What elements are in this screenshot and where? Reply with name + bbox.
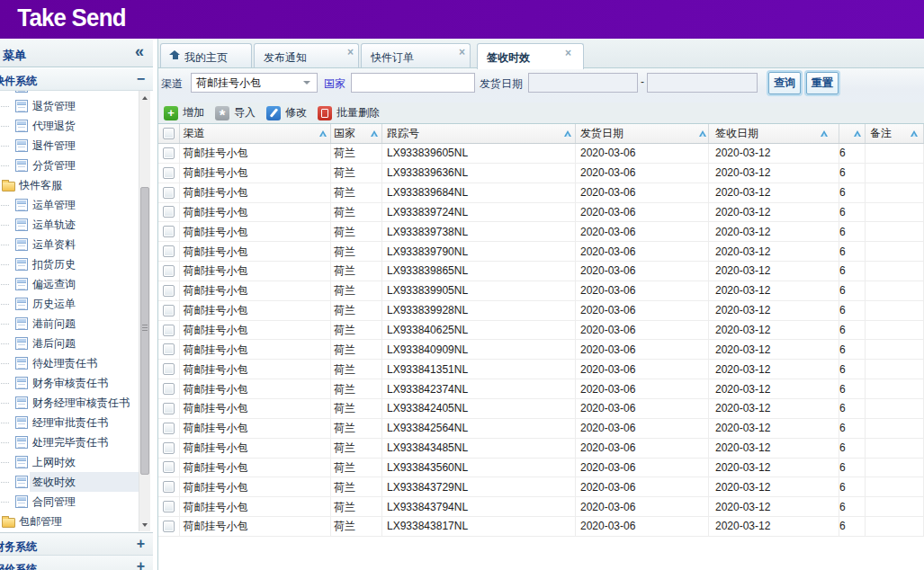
expand-finance-icon[interactable]: + [137,536,145,552]
date-to-input[interactable] [647,73,758,93]
column-header-7[interactable]: 备注 [866,124,924,143]
table-row[interactable]: 荷邮挂号小包荷兰LX933839905NL2020-03-062020-03-1… [158,281,924,301]
toolbar-import-button[interactable]: * 导入 [210,103,261,122]
row-checkbox[interactable] [158,321,180,340]
country-input[interactable] [351,73,475,93]
scroll-down-button[interactable] [139,518,150,530]
tab-publish-notice[interactable]: 发布通知 × [254,43,359,67]
tree-item[interactable]: 运单轨迹 [0,215,139,235]
tree-item[interactable]: 扣货历史 [0,254,139,274]
sidebar-section-express[interactable]: 快件系统 − [0,68,153,91]
table-row[interactable]: 荷邮挂号小包荷兰LX933839684NL2020-03-062020-03-1… [158,183,924,203]
tree-item[interactable]: 港后问题 [0,334,139,353]
table-row[interactable]: 荷邮挂号小包荷兰LX933843817NL2020-03-062020-03-1… [158,517,924,537]
table-row[interactable]: 荷邮挂号小包荷兰LX933843729NL2020-03-062020-03-1… [158,477,924,497]
tree-item[interactable]: 运单资料 [0,235,139,254]
tree-item[interactable]: 运单管理 [0,195,139,215]
expand-quote-icon[interactable]: + [137,558,145,570]
table-row[interactable]: 荷邮挂号小包荷兰LX933843560NL2020-03-062020-03-1… [158,459,924,478]
table-row[interactable]: 荷邮挂号小包荷兰LX933839636NL2020-03-062020-03-1… [158,164,924,183]
table-row[interactable]: 荷邮挂号小包荷兰LX933843485NL2020-03-062020-03-1… [158,439,924,459]
scroll-up-button[interactable] [139,92,150,104]
tab-close-icon[interactable]: × [565,47,571,59]
row-checkbox[interactable] [158,459,180,477]
row-checkbox[interactable] [158,262,180,281]
tree-item[interactable]: 代理退货 [0,116,139,136]
tab-express-order[interactable]: 快件订单 × [361,43,471,67]
sidebar-collapse-icon[interactable]: « [135,42,144,61]
column-header-4[interactable]: 发货日期 [576,124,709,143]
tab-sign-time[interactable]: 签收时效 × [477,43,584,69]
tree-elbow-icon [1,324,9,325]
column-header-5[interactable]: 签收日期 [709,124,839,143]
select-all-checkbox[interactable] [158,124,180,143]
tree-folder-item[interactable]: 包邮管理 [0,512,139,531]
search-button[interactable]: 查询 [768,72,801,94]
row-checkbox[interactable] [158,301,180,320]
column-header-6[interactable] [839,124,866,143]
tree-item[interactable]: 合同管理 [0,492,139,512]
row-checkbox[interactable] [158,183,180,202]
scrollbar-thumb[interactable] [140,187,149,475]
row-checkbox[interactable] [158,340,180,359]
row-checkbox[interactable] [158,399,180,418]
row-checkbox[interactable] [158,379,180,398]
tab-close-icon[interactable]: × [347,46,354,58]
table-row[interactable]: 荷邮挂号小包荷兰LX933840625NL2020-03-062020-03-1… [158,321,924,341]
sidebar-scrollbar[interactable] [139,91,150,531]
sidebar-section-finance[interactable]: 财务系统 + [0,532,153,556]
column-header-1[interactable]: 渠道 [180,124,332,143]
row-checkbox[interactable] [158,164,180,183]
tree-item[interactable]: 退件管理 [0,136,139,156]
table-row[interactable]: 荷邮挂号小包荷兰LX933841351NL2020-03-062020-03-1… [158,360,924,379]
tree-item[interactable]: 退货管理 [0,96,139,116]
collapse-section-icon[interactable]: − [137,71,145,87]
tree-folder-item[interactable]: 快件客服 [0,175,139,195]
table-row[interactable]: 荷邮挂号小包荷兰LX933843794NL2020-03-062020-03-1… [158,497,924,517]
table-row[interactable]: 荷邮挂号小包荷兰LX933839738NL2020-03-062020-03-1… [158,222,924,242]
table-row[interactable]: 荷邮挂号小包荷兰LX933842405NL2020-03-062020-03-1… [158,399,924,419]
row-checkbox[interactable] [158,439,180,458]
tree-item[interactable]: 港前问题 [0,314,139,334]
table-row[interactable]: 荷邮挂号小包荷兰LX933842564NL2020-03-062020-03-1… [158,419,924,439]
tab-close-icon[interactable]: × [459,46,465,58]
tree-item[interactable]: 待处理责任书 [0,353,139,373]
table-row[interactable]: 荷邮挂号小包荷兰LX933840909NL2020-03-062020-03-1… [158,340,924,360]
tree-item[interactable]: 处理完毕责任书 [0,432,139,452]
table-row[interactable]: 荷邮挂号小包荷兰LX933839605NL2020-03-062020-03-1… [158,144,924,164]
row-checkbox[interactable] [158,517,180,536]
date-from-input[interactable] [528,73,638,93]
row-checkbox[interactable] [158,419,180,438]
tree-item[interactable]: 财务经理审核责任书 [0,393,139,413]
table-row[interactable]: 荷邮挂号小包荷兰LX933842374NL2020-03-062020-03-1… [158,379,924,399]
channel-select[interactable]: 荷邮挂号小包 [191,73,318,93]
table-row[interactable]: 荷邮挂号小包荷兰LX933839928NL2020-03-062020-03-1… [158,301,924,321]
tree-item[interactable]: 历史运单 [0,294,139,314]
toolbar-edit-button[interactable]: 修改 [261,103,312,122]
reset-button[interactable]: 重置 [806,72,839,94]
column-header-3[interactable]: 跟踪号 [382,124,576,143]
column-header-2[interactable]: 国家 [331,124,382,143]
toolbar-add-button[interactable]: + 增加 [158,103,210,122]
tree-item-selected[interactable]: 签收时效 [0,472,139,492]
row-checkbox[interactable] [158,497,180,516]
sidebar-section-quote[interactable]: 报价系统 + [0,556,153,570]
tab-my-home[interactable]: ⌂ 我的主页 [160,43,252,67]
row-checkbox[interactable] [158,222,180,241]
tree-item[interactable]: 上网时效 [0,452,139,472]
table-row[interactable]: 荷邮挂号小包荷兰LX933839790NL2020-03-062020-03-1… [158,242,924,262]
row-checkbox[interactable] [158,144,180,163]
table-row[interactable]: 荷邮挂号小包荷兰LX933839865NL2020-03-062020-03-1… [158,262,924,281]
row-checkbox[interactable] [158,242,180,261]
table-row[interactable]: 荷邮挂号小包荷兰LX933839724NL2020-03-062020-03-1… [158,203,924,223]
tree-item[interactable]: 分货管理 [0,156,139,175]
tree-item[interactable]: 偏远查询 [0,274,139,294]
toolbar-button-label: 修改 [285,105,307,120]
tree-item[interactable]: 经理审批责任书 [0,413,139,432]
tree-item[interactable]: 财务审核责任书 [0,373,139,393]
row-checkbox[interactable] [158,360,180,379]
toolbar-batch-delete-button[interactable]: 批量删除 [312,103,385,122]
row-checkbox[interactable] [158,281,180,300]
row-checkbox[interactable] [158,477,180,496]
row-checkbox[interactable] [158,203,180,222]
